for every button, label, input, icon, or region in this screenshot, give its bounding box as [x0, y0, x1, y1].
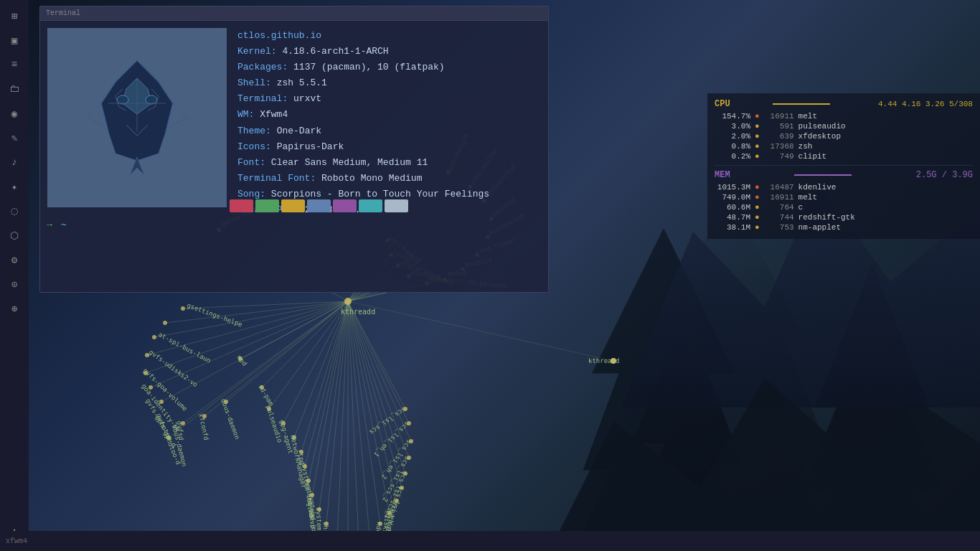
cpu-dot-1: ● [755, 122, 760, 131]
cpu-name-3: zsh [798, 142, 813, 151]
mem-dot-0: ● [755, 183, 760, 192]
song-value: Scorpions - Born to Touch Your Feelings [271, 189, 489, 199]
mem-row-3: 48.7M ● 744 redshift-gtk [715, 213, 973, 222]
cpu-name-2: xfdesktop [798, 132, 841, 141]
packages-value: 1137 (pacman), 10 (flatpak) [293, 62, 445, 72]
edit-icon[interactable]: ✎ [4, 128, 24, 148]
music-icon[interactable]: ♪ [4, 152, 24, 172]
mem-name-2: c [798, 203, 804, 212]
cpu-dot-4: ● [755, 152, 760, 161]
folder-icon[interactable]: 🗀 [4, 79, 24, 99]
terminal-label: Terminal: [237, 93, 288, 104]
svg-point-103 [163, 321, 167, 325]
shell-label: Shell: [237, 77, 271, 88]
mem-pid-1: 16911 [764, 193, 794, 202]
bottom-bar: xfwm4 [0, 531, 980, 551]
mem-row-4: 38.1M ● 753 nm-applet [715, 223, 973, 232]
icons-label: Icons: [237, 141, 271, 152]
window-icon[interactable]: ▣ [4, 30, 24, 50]
icons-value: Papirus-Dark [277, 141, 344, 152]
song-label: Song: [237, 189, 265, 199]
gift-icon[interactable]: ⊕ [4, 298, 24, 319]
svg-point-104 [181, 306, 185, 311]
terminal-window: Terminal [39, 6, 549, 293]
cpu-header: CPU 4.44 4.16 3.26 5/308 [715, 99, 973, 109]
cpu-percent-4: 0.2% [715, 152, 750, 161]
mem-pid-3: 744 [764, 213, 794, 222]
mem-header-value: 2.5G / 3.9G [916, 170, 973, 180]
terminal-title: Terminal [46, 9, 80, 17]
mem-name-0: kdenlive [798, 183, 837, 192]
cpu-label: CPU [715, 99, 730, 109]
wm-value: Xfwm4 [260, 109, 288, 120]
mem-size-4: 38.1M [715, 223, 750, 232]
svg-marker-6 [130, 157, 144, 175]
stats-panel: CPU 4.44 4.16 3.26 5/308 154.7% ● 16911 … [707, 93, 980, 239]
cpu-pid-4: 749 [764, 152, 794, 161]
font-value: Clear Sans Medium, Medium 11 [271, 157, 428, 168]
mem-pid-0: 16487 [764, 183, 794, 192]
terminal-value: urxvt [293, 93, 321, 104]
mem-pid-4: 753 [764, 223, 794, 232]
palette-blue [307, 199, 331, 212]
cpu-row-4: 0.2% ● 749 clipit [715, 152, 973, 161]
rss-icon[interactable]: ◌ [4, 201, 24, 221]
mem-header: MEM 2.5G / 3.9G [715, 170, 973, 180]
prompt-arrow: → [47, 220, 52, 230]
plugin-icon[interactable]: ✦ [4, 176, 24, 197]
mem-name-3: redshift-gtk [798, 213, 855, 222]
face-icon[interactable]: ◉ [4, 103, 24, 123]
cpu-name-0: melt [798, 112, 817, 121]
discord-icon[interactable]: ⬡ [4, 225, 24, 245]
svg-text:sd-pam: sd-pam [257, 383, 275, 407]
palette-gray [385, 199, 408, 212]
mem-dot-4: ● [755, 223, 760, 232]
cpu-dot-3: ● [755, 142, 760, 151]
svg-line-35 [326, 301, 348, 524]
palette-green [255, 199, 279, 212]
mem-size-1: 749.0M [715, 193, 750, 202]
mem-row-1: 749.0M ● 16911 melt [715, 193, 973, 202]
bottom-info: xfwm4 [6, 537, 27, 545]
cpu-row-3: 0.8% ● 17368 zsh [715, 142, 973, 151]
svg-text:xfconfd: xfconfd [197, 413, 210, 441]
terminal-font-value: Roboto Mono Medium [321, 173, 422, 184]
mem-dot-2: ● [755, 203, 760, 212]
wm-label: WM: [237, 109, 254, 120]
cpu-percent-2: 2.0% [715, 132, 750, 141]
mem-size-2: 60.6M [715, 203, 750, 212]
camera-icon[interactable]: ⊙ [4, 274, 24, 294]
layers-icon[interactable]: ≡ [4, 55, 24, 75]
svg-line-46 [348, 301, 411, 441]
svg-line-55 [183, 301, 348, 309]
settings-icon[interactable]: ⚙ [4, 250, 24, 270]
font-label: Font: [237, 157, 265, 168]
cpu-percent-3: 0.8% [715, 142, 750, 151]
terminal-titlebar: Terminal [40, 6, 548, 21]
kernel-label: Kernel: [237, 46, 277, 57]
cpu-name-4: clipit [798, 152, 827, 161]
svg-point-2 [117, 95, 128, 104]
kernel-value: 4.18.6-arch1-1-ARCH [282, 46, 388, 57]
svg-line-33 [312, 301, 348, 495]
svg-text:dbus-daemon: dbus-daemon [220, 397, 241, 440]
mem-pid-2: 764 [764, 203, 794, 212]
palette-yellow [281, 199, 305, 212]
apps-icon[interactable]: ⊞ [4, 6, 24, 26]
mem-size-0: 1015.3M [715, 183, 750, 192]
palette-cyan [359, 199, 382, 212]
cpu-pid-1: 591 [764, 122, 794, 131]
mem-dot-1: ● [755, 193, 760, 202]
terminal-font-label: Terminal Font: [237, 173, 316, 184]
terminal-info: ctlos.github.io Kernel: 4.18.6-arch1-1-A… [237, 28, 541, 285]
svg-text:gsettings-helpe: gsettings-helpe [186, 301, 243, 328]
mem-row-2: 60.6M ● 764 c [715, 203, 973, 212]
palette-red [230, 199, 253, 212]
cpu-row-1: 3.0% ● 591 pulseaudio [715, 122, 973, 131]
svg-point-3 [146, 95, 157, 104]
sidebar: ⊞ ▣ ≡ 🗀 ◉ ✎ ♪ ✦ ◌ ⬡ ⚙ ⊙ ⊕ ⏻ [0, 0, 29, 551]
cpu-dot-2: ● [755, 132, 760, 141]
svg-line-22 [262, 301, 348, 387]
terminal-logo [47, 28, 227, 207]
cpu-header-value: 4.44 4.16 3.26 5/308 [878, 100, 973, 108]
